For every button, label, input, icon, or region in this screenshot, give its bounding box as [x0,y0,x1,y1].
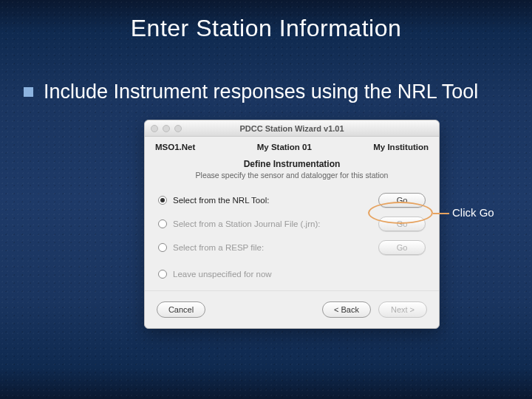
option-label: Select from a Station Journal File (.jrn… [173,219,372,228]
cancel-button[interactable]: Cancel [157,301,205,318]
back-button[interactable]: < Back [322,301,371,318]
go-button-nrl[interactable]: Go [378,193,426,208]
section-heading: Define Instrumentation [145,159,439,169]
callout-label: Click Go [452,206,494,219]
callout-line [433,213,449,214]
titlebar: PDCC Station Wizard v1.01 [145,120,439,137]
bullet-text: Include Instrument responses using the N… [44,80,478,105]
bullet-row: Include Instrument responses using the N… [24,80,502,105]
radio-resp-file[interactable] [158,243,167,252]
go-button-journal[interactable]: Go [378,216,426,231]
traffic-lights [151,125,182,132]
next-button[interactable]: Next > [378,301,427,318]
wizard-window: PDCC Station Wizard v1.01 MSO1.Net My St… [144,120,440,329]
option-resp-file[interactable]: Select from a RESP file: Go [145,236,439,259]
option-unspecified[interactable]: Leave unspecified for now [145,265,439,283]
section-sub: Please specify the sensor and datalogger… [145,171,439,180]
zoom-icon[interactable] [174,125,182,132]
page-title: Enter Station Information [0,15,532,42]
header-left: MSO1.Net [155,143,195,151]
option-label: Select from a RESP file: [173,243,372,252]
minimize-icon[interactable] [163,125,170,132]
option-journal-file[interactable]: Select from a Station Journal File (.jrn… [145,212,439,236]
option-label: Select from the NRL Tool: [173,196,372,205]
radio-journal-file[interactable] [158,219,167,228]
breadcrumb: MSO1.Net My Station 01 My Institution [145,137,439,156]
radio-unspecified[interactable] [158,270,167,279]
window-title: PDCC Station Wizard v1.01 [145,124,439,133]
header-right: My Institution [373,143,429,151]
option-label: Leave unspecified for now [173,270,426,279]
bullet-icon [24,87,33,97]
nav-row: Cancel < Back Next > [145,290,439,328]
go-button-resp[interactable]: Go [378,240,426,255]
option-nrl-tool[interactable]: Select from the NRL Tool: Go [145,188,439,212]
radio-nrl-tool[interactable] [158,196,167,205]
close-icon[interactable] [151,125,158,132]
header-center: My Station 01 [257,143,312,151]
